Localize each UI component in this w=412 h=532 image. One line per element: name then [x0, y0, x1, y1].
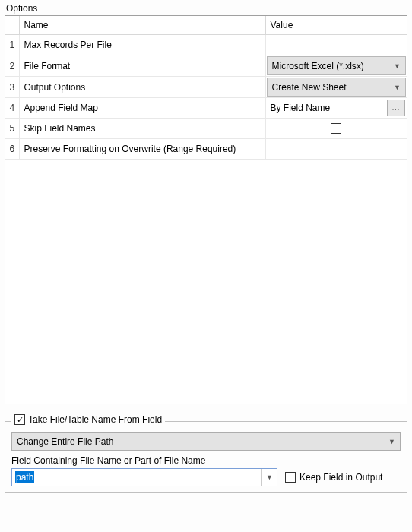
- row-name: Preserve Formatting on Overwrite (Range …: [19, 139, 265, 160]
- header-name: Name: [19, 16, 265, 35]
- file-format-dropdown[interactable]: Microsoft Excel (*.xlsx) ▼: [267, 56, 407, 75]
- options-title: Options: [5, 3, 407, 14]
- row-name: File Format: [19, 55, 265, 77]
- options-grid: Name Value 1 Max Records Per File 2 File…: [5, 15, 407, 404]
- row-number: 2: [5, 55, 19, 77]
- dropdown-value: Create New Sheet: [272, 82, 347, 93]
- dropdown-value: Microsoft Excel (*.xlsx): [272, 61, 364, 71]
- row-name: Append Field Map: [19, 98, 265, 119]
- dropdown-value: Change Entire File Path: [17, 436, 113, 447]
- options-table: Name Value 1 Max Records Per File 2 File…: [5, 16, 407, 160]
- chevron-down-icon: ▼: [388, 438, 395, 445]
- skip-field-names-checkbox[interactable]: [331, 123, 341, 134]
- row-name: Max Records Per File: [19, 35, 265, 55]
- take-filename-legend: ✓ Take File/Table Name From Field: [11, 414, 165, 425]
- header-value: Value: [265, 16, 407, 35]
- field-containing-label: Field Containing File Name or Part of Fi…: [11, 455, 401, 466]
- max-records-input[interactable]: [265, 35, 407, 55]
- keep-field-checkbox[interactable]: [285, 472, 296, 483]
- row-number: 1: [5, 35, 19, 55]
- header-rownum: [5, 16, 19, 35]
- table-row: 3 Output Options Create New Sheet ▼: [5, 77, 407, 98]
- table-row: 5 Skip Field Names: [5, 119, 407, 139]
- table-row: 2 File Format Microsoft Excel (*.xlsx) ▼: [5, 55, 407, 77]
- output-options-dropdown[interactable]: Create New Sheet ▼: [267, 78, 407, 97]
- chevron-down-icon[interactable]: ▼: [261, 469, 277, 486]
- path-option-dropdown[interactable]: Change Entire File Path ▼: [11, 432, 401, 451]
- chevron-down-icon: ▼: [394, 62, 401, 70]
- row-number: 6: [5, 139, 19, 160]
- row-number: 3: [5, 77, 19, 98]
- browse-button[interactable]: ...: [387, 100, 405, 116]
- take-filename-label: Take File/Table Name From Field: [28, 414, 162, 425]
- table-row: 4 Append Field Map By Field Name ...: [5, 98, 407, 119]
- take-filename-fieldset: ✓ Take File/Table Name From Field Change…: [5, 421, 407, 493]
- table-row: 1 Max Records Per File: [5, 35, 407, 55]
- field-name-value: path: [12, 472, 261, 483]
- take-filename-checkbox[interactable]: ✓: [14, 414, 25, 425]
- append-field-map-value[interactable]: By Field Name: [266, 103, 388, 113]
- table-row: 6 Preserve Formatting on Overwrite (Rang…: [5, 139, 407, 160]
- row-name: Output Options: [19, 77, 265, 98]
- chevron-down-icon: ▼: [394, 84, 401, 91]
- row-name: Skip Field Names: [19, 119, 265, 139]
- preserve-formatting-checkbox[interactable]: [331, 144, 341, 154]
- field-name-combobox[interactable]: path ▼: [11, 468, 277, 486]
- row-number: 4: [5, 98, 19, 119]
- row-number: 5: [5, 119, 19, 139]
- keep-field-label: Keep Field in Output: [299, 472, 382, 483]
